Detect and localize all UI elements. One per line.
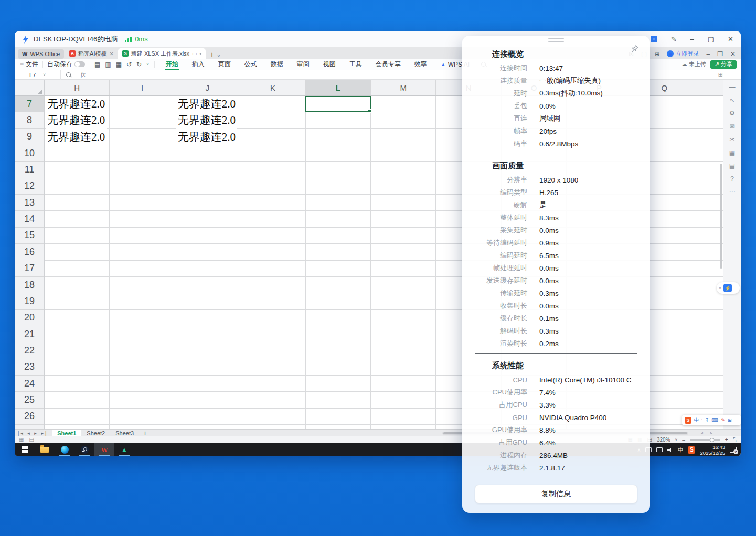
row-header-16[interactable]: 16 (15, 244, 44, 260)
zoom-slider-handle[interactable] (710, 438, 714, 442)
column-header-H[interactable]: H (45, 80, 110, 95)
ribbon-menu-效率[interactable]: 效率 (408, 59, 434, 70)
network-icon[interactable] (656, 447, 663, 452)
sheet-tab-Sheet1[interactable]: Sheet1 (52, 430, 81, 437)
row-header-19[interactable]: 19 (15, 293, 44, 309)
login-entry[interactable]: ● 立即登录 (667, 50, 699, 58)
doc-preview-icon[interactable]: ▭ (192, 51, 197, 57)
chart-icon[interactable]: ▦ (729, 149, 735, 156)
formula-search-icon[interactable] (66, 72, 71, 78)
wps-taskbar-button[interactable]: W (94, 443, 114, 456)
ribbon-menu-开始[interactable]: 开始 (159, 59, 185, 70)
speaker-icon[interactable] (667, 447, 673, 452)
action-center-icon[interactable]: 2 (730, 447, 737, 453)
undo-icon[interactable]: ↺ (126, 61, 132, 68)
ribbon-menu-会员专享[interactable]: 会员专享 (369, 59, 408, 70)
soft-keyboard-icon[interactable]: ⌨ (712, 417, 719, 423)
collapse-icon[interactable]: — (729, 84, 736, 90)
sogou-logo-icon[interactable]: S (685, 417, 691, 424)
selected-cell-L7[interactable] (305, 95, 371, 112)
globe-icon[interactable]: ⊕ (654, 50, 659, 58)
tab-xlsx-workbook[interactable]: S 新建 XLSX 工作表.xlsx ▭ • (118, 48, 206, 59)
preview-icon[interactable]: ▦ (116, 61, 122, 68)
row-header-11[interactable]: 11 (15, 162, 44, 178)
row-header-10[interactable]: 10 (15, 145, 44, 162)
column-header-L[interactable]: L (306, 80, 371, 95)
column-header-I[interactable]: I (110, 80, 175, 95)
taskbar-clock[interactable]: 16:43 2025/12/25 (700, 444, 725, 456)
tab-list-chevron-icon[interactable]: ˅ (217, 53, 220, 59)
lang-toggle-icon[interactable]: 中 (694, 417, 699, 424)
redo-icon[interactable]: ↻ (136, 61, 142, 68)
annotate-icon[interactable]: ✎ (671, 35, 677, 43)
share-button[interactable]: ↗ 分享 (710, 60, 737, 69)
ribbon-menu-公式[interactable]: 公式 (238, 59, 264, 70)
new-tab-button[interactable]: + (210, 50, 214, 59)
chevron-down-icon[interactable]: ˅ (146, 62, 149, 67)
comment-icon[interactable]: ✉ (729, 123, 734, 130)
wps-office-home-tab[interactable]: W WPS Office (18, 49, 64, 59)
save-icon[interactable]: ▤ (94, 61, 100, 68)
row-header-15[interactable]: 15 (15, 228, 44, 244)
macro-record-icon[interactable]: ▦ (19, 437, 24, 443)
row-header-12[interactable]: 12 (15, 178, 44, 195)
start-button[interactable] (15, 443, 35, 456)
drag-handle[interactable] (548, 38, 564, 44)
row-header-20[interactable]: 20 (15, 310, 44, 326)
punctuation-icon[interactable]: ’ (701, 417, 702, 423)
ribbon-menu-工具[interactable]: 工具 (343, 59, 369, 70)
formula-collapse-icon[interactable]: – (731, 72, 734, 78)
ribbon-menu-数据[interactable]: 数据 (264, 59, 290, 70)
fullscreen-icon[interactable]: ⌜⌟ (733, 437, 736, 443)
add-sheet-button[interactable]: + (139, 430, 151, 437)
remote-minimize-button[interactable]: – (690, 36, 694, 42)
column-header-J[interactable]: J (175, 80, 240, 95)
row-header-8[interactable]: 8 (15, 112, 44, 128)
ime-indicator[interactable]: 中 (678, 446, 683, 454)
voice-input-icon[interactable]: ↧ (705, 417, 709, 423)
skin-brush-icon[interactable]: ✎ (721, 417, 726, 423)
apps-grid-icon[interactable] (651, 36, 657, 42)
sheet-nav-arrows[interactable]: |◂ ◂ ▸ ▸| (15, 431, 52, 436)
toolbox-icon[interactable]: ⊞ (728, 417, 732, 423)
name-box[interactable]: L7 ˅ (15, 70, 61, 80)
vertical-scrollbar[interactable] (720, 164, 722, 269)
wps-restore-button[interactable]: ❐ (717, 50, 723, 58)
sogou-tray-icon[interactable]: S (688, 446, 695, 454)
steam-button[interactable] (74, 443, 94, 456)
remote-maximize-button[interactable]: ▢ (708, 36, 714, 42)
zoom-chevron-icon[interactable]: ˅ (675, 437, 678, 442)
row-header-23[interactable]: 23 (15, 359, 44, 376)
sheet-tab-Sheet3[interactable]: Sheet3 (110, 430, 139, 437)
row-header-7[interactable]: 7 (15, 96, 44, 112)
remote-close-button[interactable]: ✕ (728, 36, 733, 42)
ribbon-menu-审阅[interactable]: 审阅 (290, 59, 316, 70)
print-icon[interactable]: ▥ (105, 61, 111, 68)
edge-browser-button[interactable] (55, 443, 74, 456)
row-header-17[interactable]: 17 (15, 261, 44, 277)
zoom-slider[interactable] (690, 439, 720, 441)
row-header-24[interactable]: 24 (15, 376, 44, 392)
page-mode-icon[interactable]: ▤ (29, 437, 34, 443)
row-header-26[interactable]: 26 (15, 409, 44, 425)
tab-docer-ai-template[interactable]: A 稻壳AI模板 ✕ (65, 48, 118, 59)
help-icon[interactable]: ? (730, 176, 734, 182)
settings-icon[interactable]: ⚙ (729, 110, 735, 116)
clip-icon[interactable]: ✂ (729, 136, 734, 143)
copy-info-button[interactable]: 复制信息 (475, 485, 637, 503)
column-header-R[interactable]: R (697, 80, 723, 95)
close-tab-icon[interactable]: ✕ (109, 51, 113, 57)
row-header-22[interactable]: 22 (15, 342, 44, 359)
fx-icon[interactable]: fx (81, 71, 86, 79)
zoom-level[interactable]: 320% (657, 437, 670, 443)
wps-ai-floating-pill[interactable]: « ⚡ (717, 282, 740, 294)
wujie-app-button[interactable]: ▲ (114, 443, 134, 456)
row-header-25[interactable]: 25 (15, 392, 44, 408)
file-menu[interactable]: ≡ 文件 (15, 61, 43, 68)
upload-status[interactable]: ☁ 未上传 (682, 60, 706, 68)
formula-expand-icon[interactable]: ⊞ (718, 71, 723, 78)
ribbon-menu-视图[interactable]: 视图 (316, 59, 343, 70)
row-header-9[interactable]: 9 (15, 129, 44, 145)
ribbon-menu-插入[interactable]: 插入 (185, 59, 211, 70)
row-header-27[interactable]: 27 (15, 425, 44, 429)
